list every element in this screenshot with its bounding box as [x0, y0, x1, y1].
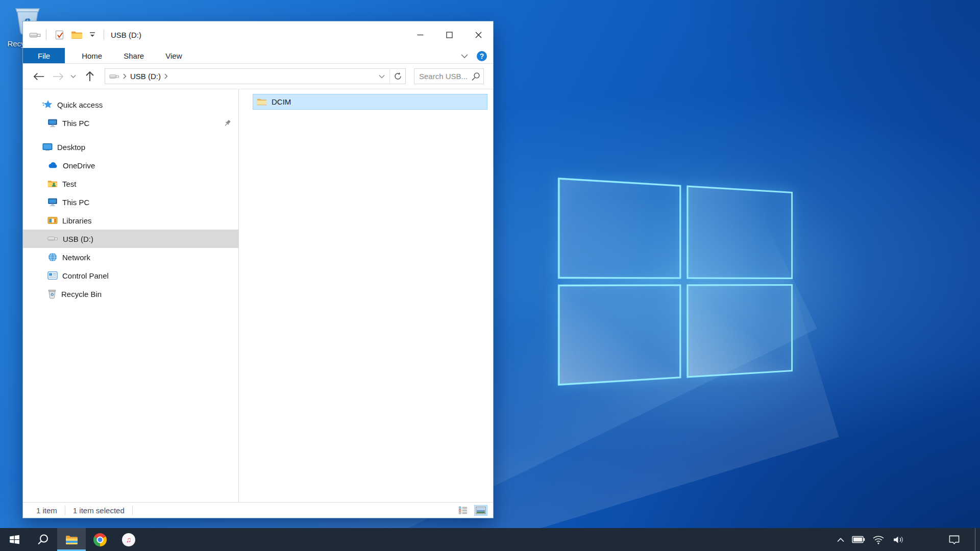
start-button[interactable] — [0, 528, 29, 551]
sidebar-item-network[interactable]: Network — [23, 248, 238, 266]
action-center-button[interactable] — [945, 528, 963, 551]
breadcrumb-chevron-icon — [123, 73, 127, 79]
ribbon-tab-bar: File Home Share View ? — [23, 48, 493, 64]
battery-icon — [852, 536, 865, 543]
sidebar-item-label: OneDrive — [63, 161, 95, 170]
view-switcher — [458, 506, 487, 515]
usb-drive-icon — [29, 29, 41, 40]
details-view-button[interactable] — [458, 506, 469, 515]
action-center-icon — [948, 535, 960, 545]
music-note-icon: ♫ — [122, 533, 135, 546]
sidebar-item-desktop[interactable]: Desktop — [23, 138, 238, 156]
sidebar-item-libraries[interactable]: Libraries — [23, 211, 238, 230]
sidebar-item-label: Libraries — [62, 216, 92, 225]
breadcrumb-segment[interactable]: USB (D:) — [130, 72, 161, 81]
refresh-button[interactable] — [390, 69, 405, 84]
chrome-icon — [93, 533, 107, 546]
pin-icon[interactable] — [224, 119, 231, 127]
expand-ribbon-chevron-icon — [460, 54, 469, 59]
customize-chevron-icon — [89, 32, 96, 38]
sidebar-item-label: Control Panel — [62, 271, 109, 280]
forward-button[interactable] — [51, 72, 66, 81]
magnifier-icon[interactable] — [471, 72, 480, 81]
desktop-icon — [42, 142, 53, 152]
sidebar-item-test[interactable]: Test — [23, 174, 238, 193]
taskbar-chrome-button[interactable] — [86, 528, 114, 551]
sidebar-item-this-pc-pinned[interactable]: This PC — [23, 114, 238, 132]
up-button[interactable] — [82, 71, 97, 82]
maximize-icon — [446, 32, 453, 38]
taskbar-itunes-button[interactable]: ♫ — [114, 528, 143, 551]
magnifier-icon — [36, 533, 50, 546]
status-item-count: 1 item — [36, 506, 57, 515]
this-pc-icon — [47, 118, 58, 128]
address-bar[interactable]: USB (D:) — [105, 68, 406, 84]
wifi-icon — [872, 535, 885, 544]
help-button[interactable]: ? — [477, 51, 487, 61]
details-view-icon — [459, 507, 468, 514]
breadcrumb: USB (D:) — [109, 72, 168, 81]
windows-logo-pane — [558, 284, 681, 386]
sidebar-item-this-pc[interactable]: This PC — [23, 193, 238, 211]
sidebar-item-recycle-bin[interactable]: ♻ Recycle Bin — [23, 285, 238, 303]
control-panel-icon — [47, 271, 58, 280]
tab-view[interactable]: View — [155, 48, 192, 63]
usb-drive-icon — [109, 72, 119, 81]
forward-arrow-icon — [53, 72, 64, 81]
sidebar-group-gap — [23, 132, 238, 138]
back-button[interactable] — [31, 72, 46, 81]
taskbar-file-explorer-button[interactable] — [57, 528, 86, 551]
minimize-button[interactable] — [406, 21, 435, 48]
quick-access-star-icon — [42, 99, 53, 110]
show-desktop-button[interactable] — [975, 528, 978, 551]
status-bar: 1 item 1 item selected — [23, 502, 493, 518]
up-arrow-icon — [85, 71, 94, 82]
qat-properties-button[interactable] — [51, 30, 68, 40]
maximize-button[interactable] — [435, 21, 464, 48]
back-arrow-icon — [33, 72, 44, 81]
status-selection: 1 item selected — [73, 506, 125, 515]
windows-logo — [558, 178, 793, 386]
this-pc-icon — [47, 197, 58, 207]
caption-buttons — [406, 21, 493, 48]
search-box — [414, 68, 484, 84]
expand-ribbon-button[interactable] — [460, 54, 469, 59]
taskbar-search-button[interactable] — [29, 528, 57, 551]
sidebar-item-onedrive[interactable]: OneDrive — [23, 156, 238, 174]
sidebar-item-control-panel[interactable]: Control Panel — [23, 266, 238, 285]
previous-locations-button[interactable] — [374, 69, 389, 84]
battery-status-button[interactable] — [848, 528, 869, 551]
sidebar-item-usb-drive[interactable]: USB (D:) — [23, 230, 238, 248]
chevron-down-icon — [379, 74, 385, 79]
tray-overflow-button[interactable] — [833, 528, 848, 551]
separator — [104, 30, 104, 40]
recent-locations-button[interactable] — [68, 74, 78, 79]
separator — [46, 30, 46, 40]
file-list[interactable]: DCIM — [239, 89, 493, 502]
tray-chevron-icon — [837, 537, 845, 542]
user-folder-icon — [47, 179, 58, 189]
tab-file[interactable]: File — [23, 48, 65, 63]
close-button[interactable] — [464, 21, 493, 48]
search-input[interactable] — [419, 72, 471, 81]
qat-customize-button[interactable] — [86, 32, 99, 38]
sidebar-item-label: This PC — [62, 198, 89, 207]
sidebar-item-label: Network — [62, 253, 90, 262]
separator — [65, 506, 65, 515]
thumbnails-view-button[interactable] — [475, 506, 487, 515]
sidebar-item-quick-access[interactable]: Quick access — [23, 95, 238, 114]
sidebar-item-label: Quick access — [57, 101, 103, 109]
navigation-pane: Quick access This PC — [23, 89, 239, 502]
windows-logo-icon — [8, 533, 21, 546]
volume-status-button[interactable] — [888, 528, 909, 551]
window-body: Quick access This PC — [23, 89, 493, 502]
qat-new-folder-button[interactable] — [68, 30, 86, 40]
window-title: USB (D:) — [111, 31, 141, 39]
wifi-status-button[interactable] — [869, 528, 888, 551]
usb-drive-icon — [47, 234, 58, 243]
sidebar-item-label: Recycle Bin — [61, 290, 102, 298]
tab-home[interactable]: Home — [71, 48, 113, 63]
file-item-dcim[interactable]: DCIM — [253, 94, 487, 110]
file-explorer-window: USB (D:) File Home Share V — [22, 21, 494, 518]
tab-share[interactable]: Share — [113, 48, 155, 63]
